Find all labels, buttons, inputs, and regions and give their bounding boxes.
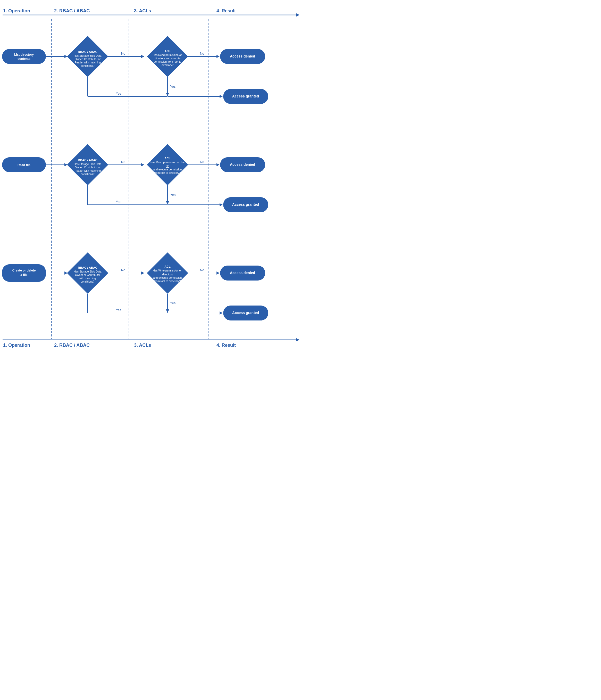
svg-text:Yes: Yes	[170, 84, 176, 89]
op3-label2: a file	[20, 273, 28, 277]
svg-text:and execute permission: and execute permission	[153, 276, 182, 279]
denied2-label: Access denied	[230, 162, 255, 167]
svg-text:conditions?: conditions?	[81, 173, 94, 176]
op2-label: Read file	[18, 163, 30, 167]
granted2-label: Access granted	[232, 202, 259, 206]
svg-text:No: No	[200, 160, 204, 164]
svg-text:conditions?: conditions?	[81, 64, 94, 67]
svg-text:No: No	[200, 52, 204, 55]
svg-text:No: No	[200, 268, 204, 272]
svg-text:Yes: Yes	[116, 92, 122, 95]
svg-text:Yes: Yes	[116, 200, 122, 204]
svg-text:Owner, Contributor or: Owner, Contributor or	[75, 166, 101, 169]
svg-text:directory?: directory?	[162, 64, 174, 67]
col3-header: 3. ACLs	[134, 8, 151, 14]
svg-text:Yes: Yes	[116, 308, 122, 312]
diagram-container: 1. Operation 2. RBAC / ABAC 3. ACLs 4. R…	[0, 0, 300, 360]
granted1-label: Access granted	[232, 94, 259, 98]
svg-text:directory and execute: directory and execute	[155, 57, 181, 60]
op1-label2: contents	[18, 57, 30, 60]
svg-rect-6	[2, 49, 46, 64]
col2-header: 2. RBAC / ABAC	[54, 8, 90, 14]
svg-text:No: No	[121, 268, 126, 272]
svg-text:RBAC / ABAC: RBAC / ABAC	[78, 158, 98, 162]
svg-text:from root to directory?: from root to directory?	[154, 171, 181, 174]
svg-text:Has Read permission on: Has Read permission on	[153, 53, 182, 56]
op3-label: Create or delete	[12, 269, 36, 272]
svg-text:No: No	[121, 52, 126, 55]
svg-text:conditions?: conditions?	[81, 280, 94, 283]
svg-text:RBAC / ABAC: RBAC / ABAC	[78, 50, 98, 53]
svg-text:and execute permission: and execute permission	[153, 168, 182, 171]
col4-footer: 4. Result	[216, 343, 236, 348]
col1-header: 1. Operation	[3, 8, 30, 14]
col2-footer: 2. RBAC / ABAC	[54, 343, 90, 348]
denied3-label: Access denied	[230, 271, 255, 275]
svg-text:from root to directory?: from root to directory?	[154, 279, 181, 282]
svg-text:ACL: ACL	[164, 157, 171, 160]
svg-text:Has Read permission on the: Has Read permission on the	[151, 160, 185, 164]
svg-text:Has Storage Blob Data: Has Storage Blob Data	[74, 54, 102, 57]
svg-text:ACL: ACL	[164, 265, 171, 268]
denied1-label: Access denied	[230, 54, 255, 58]
svg-text:Owner, Contributor or: Owner, Contributor or	[75, 57, 101, 60]
svg-text:with matching: with matching	[79, 277, 96, 280]
svg-text:Owner or Contributor: Owner or Contributor	[75, 273, 101, 276]
svg-text:Has Storage Blob Data: Has Storage Blob Data	[74, 162, 102, 166]
svg-text:Reader with matching: Reader with matching	[75, 61, 101, 64]
granted3-label: Access granted	[232, 311, 259, 315]
svg-text:RBAC / ABAC: RBAC / ABAC	[78, 266, 98, 269]
svg-text:Yes: Yes	[170, 193, 176, 197]
col3-footer: 3. ACLs	[134, 343, 151, 348]
op1-label: List directory	[14, 53, 34, 56]
svg-text:Has Write permission on: Has Write permission on	[153, 269, 182, 272]
col1-footer: 1. Operation	[3, 343, 30, 348]
svg-text:ACL: ACL	[164, 50, 171, 53]
svg-text:directory: directory	[162, 273, 173, 276]
svg-text:Has Storage Blob Data: Has Storage Blob Data	[74, 270, 102, 273]
svg-text:Reader with matching: Reader with matching	[75, 169, 101, 172]
svg-text:permission from root to: permission from root to	[154, 60, 181, 63]
svg-text:Yes: Yes	[170, 301, 176, 305]
svg-text:No: No	[121, 160, 126, 164]
col4-header: 4. Result	[216, 8, 236, 14]
svg-text:file: file	[166, 165, 169, 168]
